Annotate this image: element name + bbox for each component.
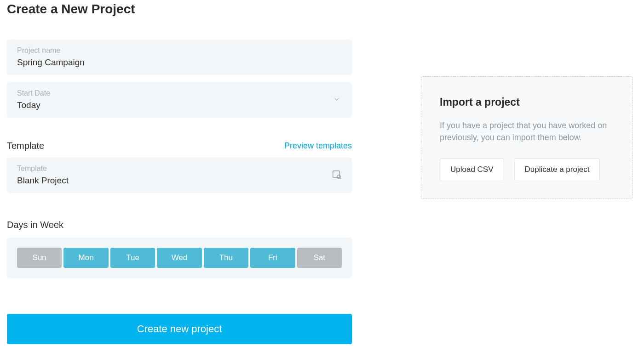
days-in-week-title: Days in Week <box>7 200 352 238</box>
chevron-down-icon <box>333 95 341 105</box>
template-section-title: Template <box>7 141 44 151</box>
import-description: If you have a project that you have work… <box>440 119 614 143</box>
day-toggle-sun[interactable]: Sun <box>17 248 62 268</box>
import-project-card: Import a project If you have a project t… <box>421 76 632 199</box>
create-new-project-button[interactable]: Create new project <box>7 314 352 344</box>
template-field[interactable]: Template Blank Project <box>7 158 352 193</box>
svg-line-2 <box>340 178 341 179</box>
start-date-value: Today <box>17 100 342 110</box>
import-actions: Upload CSV Duplicate a project <box>440 158 614 181</box>
import-title: Import a project <box>440 96 614 108</box>
day-toggle-wed[interactable]: Wed <box>157 248 201 268</box>
upload-csv-button[interactable]: Upload CSV <box>440 158 504 181</box>
days-in-week-selector: Sun Mon Tue Wed Thu Fri Sat <box>7 238 352 278</box>
svg-rect-0 <box>333 170 340 177</box>
day-toggle-sat[interactable]: Sat <box>297 248 342 268</box>
template-section-header: Template Preview templates <box>7 125 352 158</box>
project-name-label: Project name <box>17 46 342 55</box>
day-toggle-fri[interactable]: Fri <box>250 248 295 268</box>
browse-icon <box>332 170 342 182</box>
template-value: Blank Project <box>17 176 342 186</box>
page-title: Create a New Project <box>0 0 644 40</box>
day-toggle-tue[interactable]: Tue <box>110 248 155 268</box>
template-label: Template <box>17 165 342 173</box>
day-toggle-thu[interactable]: Thu <box>204 248 248 268</box>
create-project-form: Project name Start Date Today Template P… <box>7 40 352 344</box>
day-toggle-mon[interactable]: Mon <box>63 248 108 268</box>
project-name-field[interactable]: Project name <box>7 40 352 75</box>
svg-point-1 <box>337 175 340 178</box>
duplicate-project-button[interactable]: Duplicate a project <box>514 158 600 181</box>
preview-templates-link[interactable]: Preview templates <box>284 141 352 151</box>
start-date-field[interactable]: Start Date Today <box>7 82 352 118</box>
project-name-input[interactable] <box>17 57 342 68</box>
start-date-label: Start Date <box>17 89 342 97</box>
